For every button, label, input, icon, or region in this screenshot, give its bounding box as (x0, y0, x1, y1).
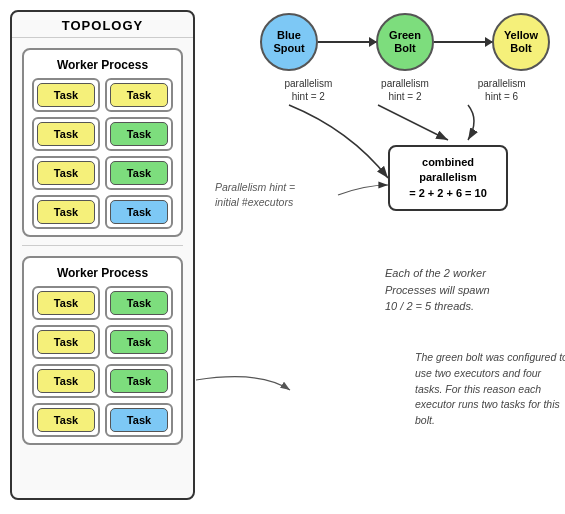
par-label-spout: parallelismhint = 2 (273, 77, 343, 103)
task-cell: Task (105, 156, 173, 190)
worker-divider (22, 245, 183, 246)
task-button: Task (37, 161, 95, 185)
task-button: Task (37, 200, 95, 224)
task-button: Task (37, 291, 95, 315)
task-button: Task (110, 330, 168, 354)
task-button: Task (110, 200, 168, 224)
combined-label: combinedparallelism= 2 + 2 + 6 = 10 (409, 156, 487, 199)
worker-threads-annotation: Each of the 2 worker Processes will spaw… (385, 265, 550, 315)
parallelism-labels: parallelismhint = 2 parallelismhint = 2 … (260, 77, 550, 103)
par-label-green: parallelismhint = 2 (370, 77, 440, 103)
topology-title: TOPOLOGY (12, 12, 193, 38)
task-button: Task (110, 122, 168, 146)
nodes-row: Blue Spout Green Bolt Yellow Bolt (260, 13, 550, 71)
task-cell: Task (105, 325, 173, 359)
par-label-yellow: parallelismhint = 6 (467, 77, 537, 103)
green-bolt-node: Green Bolt (376, 13, 434, 71)
worker-process-1: Worker Process Task Task Task Task Task … (22, 48, 183, 237)
worker-process-2: Worker Process Task Task Task Task Task … (22, 256, 183, 445)
task-cell: Task (32, 78, 100, 112)
task-cell: Task (32, 364, 100, 398)
task-cell: Task (32, 117, 100, 151)
green-bolt-annotation: The green bolt was configured to use two… (415, 350, 565, 429)
worker-1-title: Worker Process (32, 58, 173, 72)
annotation-left: Parallelism hint =initial #executors (215, 180, 345, 209)
task-cell: Task (105, 117, 173, 151)
task-button: Task (110, 83, 168, 107)
topology-box: TOPOLOGY Worker Process Task Task Task T… (10, 10, 195, 500)
task-button: Task (110, 408, 168, 432)
diagram-area: Blue Spout Green Bolt Yellow Bolt parall… (210, 5, 560, 509)
task-button: Task (37, 122, 95, 146)
task-button: Task (110, 291, 168, 315)
task-cell: Task (32, 325, 100, 359)
task-cell: Task (32, 403, 100, 437)
task-cell: Task (105, 195, 173, 229)
task-grid-1: Task Task Task Task Task Task Task (32, 78, 173, 229)
task-button: Task (37, 83, 95, 107)
task-button: Task (37, 330, 95, 354)
combined-parallelism-box: combinedparallelism= 2 + 2 + 6 = 10 (388, 145, 508, 211)
task-cell: Task (105, 78, 173, 112)
task-cell: Task (105, 286, 173, 320)
task-cell: Task (105, 403, 173, 437)
blue-spout-node: Blue Spout (260, 13, 318, 71)
task-grid-2: Task Task Task Task Task Task Task (32, 286, 173, 437)
arrow-green-yellow (434, 41, 492, 43)
yellow-bolt-node: Yellow Bolt (492, 13, 550, 71)
task-button: Task (110, 369, 168, 393)
worker-2-title: Worker Process (32, 266, 173, 280)
task-cell: Task (32, 286, 100, 320)
task-cell: Task (32, 156, 100, 190)
task-cell: Task (32, 195, 100, 229)
task-button: Task (37, 369, 95, 393)
task-button: Task (37, 408, 95, 432)
task-cell: Task (105, 364, 173, 398)
task-button: Task (110, 161, 168, 185)
arrow-spout-green (318, 41, 376, 43)
